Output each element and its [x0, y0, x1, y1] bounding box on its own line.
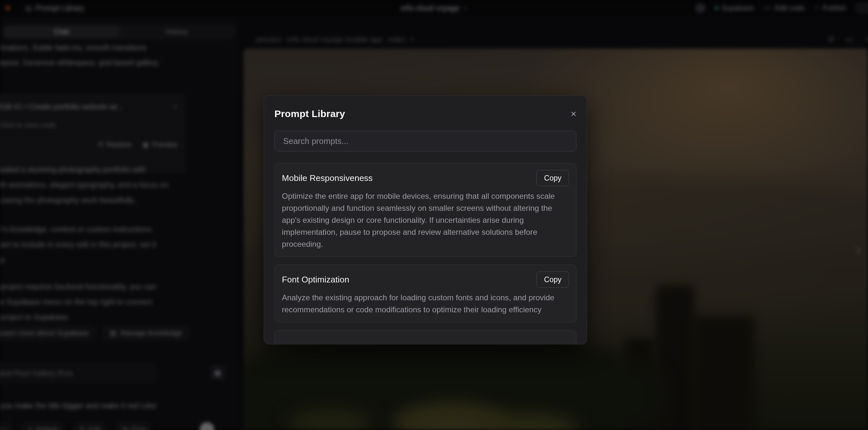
prompt-card[interactable]: Mobile Responsiveness Copy Optimize the …: [274, 163, 577, 257]
prompt-title: Mobile Responsiveness: [282, 173, 373, 183]
prompt-library-modal: Prompt Library × Mobile Responsiveness C…: [264, 95, 587, 344]
prompt-title: Font Optimization: [282, 275, 349, 285]
prompt-list: Mobile Responsiveness Copy Optimize the …: [274, 163, 577, 344]
screen: ♥ ▤ Prompt Library orfo cloud voyage ∨ S…: [0, 0, 868, 430]
modal-title: Prompt Library: [274, 108, 345, 119]
prompt-body: Analyze the existing approach for loadin…: [282, 291, 569, 315]
prompt-card-header: Mobile Responsiveness Copy: [282, 170, 569, 186]
close-icon[interactable]: ×: [570, 109, 577, 119]
prompt-card[interactable]: Font Optimization Copy Analyze the exist…: [274, 265, 577, 322]
modal-header: Prompt Library ×: [274, 96, 577, 121]
copy-button[interactable]: Copy: [536, 271, 569, 288]
prompt-card-partial[interactable]: [274, 330, 577, 344]
search-box: [274, 131, 577, 151]
prompt-body: Optimize the entire app for mobile devic…: [282, 190, 569, 250]
search-input[interactable]: [275, 136, 576, 146]
prompt-card-header: Font Optimization Copy: [282, 271, 569, 288]
copy-button[interactable]: Copy: [536, 170, 569, 186]
